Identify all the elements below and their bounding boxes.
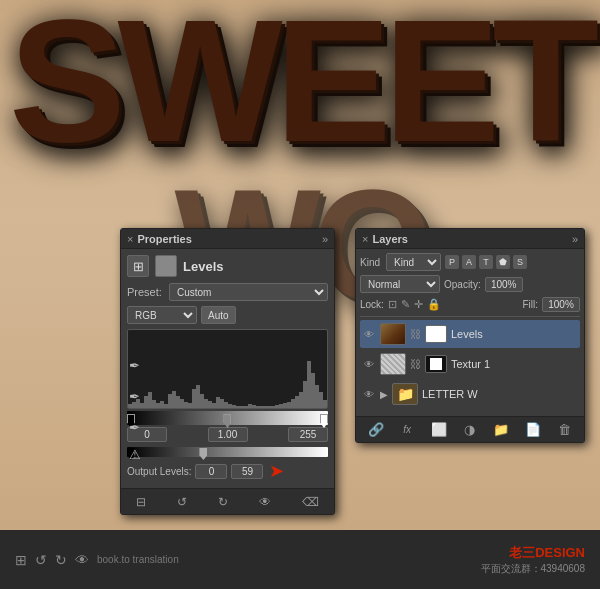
layer-name-levels: Levels	[451, 328, 578, 340]
opacity-label: Opacity:	[444, 279, 481, 290]
lock-transparency-icon[interactable]: ⊡	[388, 298, 397, 311]
wm-icon-1: ⊞	[15, 552, 27, 568]
blend-mode-select[interactable]: Normal	[360, 275, 440, 293]
red-arrow-icon: ➤	[269, 460, 284, 482]
prop-tool-icon-1[interactable]: ⊟	[136, 495, 146, 509]
chain-link-icon-levels: ⛓	[410, 328, 421, 340]
new-layer-icon[interactable]: 📄	[522, 420, 544, 440]
brand-name: 老三DESIGN	[481, 544, 586, 562]
prop-tool-icon-4[interactable]: 👁	[259, 495, 271, 509]
qq-group: 平面交流群：43940608	[481, 562, 586, 576]
add-mask-icon[interactable]: ⬜	[428, 420, 450, 440]
eyedropper-tools-panel: ✒ ✒ ✒ ⚠	[129, 358, 141, 462]
lock-fill-row: Lock: ⊡ ✎ ✛ 🔒 Fill: 100%	[360, 297, 580, 312]
watermark-bar: ⊞ ↺ ↻ 👁 book.to translation 老三DESIGN 平面交…	[0, 530, 600, 589]
new-group-icon[interactable]: 📁	[490, 420, 512, 440]
properties-content: ⊞ Levels Preset: Custom RGB Auto	[121, 249, 334, 488]
lock-icons-group: ⊡ ✎ ✛ 🔒	[388, 298, 441, 311]
layers-divider	[360, 316, 580, 317]
input-values-row: 0 1.00 255	[127, 427, 328, 442]
eye-icon-texture[interactable]: 👁	[362, 357, 376, 371]
layers-title: Layers	[372, 233, 407, 245]
layer-row-texture[interactable]: 👁 ⛓ Textur 1	[360, 350, 580, 378]
kind-filter-icons: P A T ⬟ S	[445, 255, 527, 269]
smart-filter-icon[interactable]: S	[513, 255, 527, 269]
kind-filter-select[interactable]: Kind	[386, 253, 441, 271]
white-eyedropper-icon[interactable]: ✒	[129, 420, 141, 435]
input-levels-slider[interactable]	[127, 411, 328, 425]
mid-point-handle[interactable]	[223, 414, 231, 428]
link-layers-icon[interactable]: 🔗	[365, 420, 387, 440]
lock-position-icon[interactable]: ✛	[414, 298, 423, 311]
adjustment-filter-icon[interactable]: A	[462, 255, 476, 269]
layers-expand-btn[interactable]: »	[572, 233, 578, 245]
mask-icon	[155, 255, 177, 277]
kind-filter-label: Kind	[360, 257, 380, 268]
output-values-row: Output Levels: 0 59 ➤	[127, 460, 328, 482]
levels-label: Levels	[183, 259, 223, 274]
output-levels-label: Output Levels:	[127, 466, 191, 477]
prop-tool-icon-2[interactable]: ↺	[177, 495, 187, 509]
lock-label: Lock:	[360, 299, 384, 310]
prop-tool-icon-3[interactable]: ↻	[218, 495, 228, 509]
pixel-filter-icon[interactable]: P	[445, 255, 459, 269]
kind-filter-row: Kind Kind P A T ⬟ S	[360, 253, 580, 271]
fill-input[interactable]: 100%	[542, 297, 580, 312]
delete-layer-icon[interactable]: 🗑	[553, 420, 575, 440]
input-max-value[interactable]: 255	[288, 427, 328, 442]
watermark-right: 老三DESIGN 平面交流群：43940608	[481, 544, 586, 576]
adjustment-layer-icon[interactable]: ◑	[459, 420, 481, 440]
chain-link-icon-texture: ⛓	[410, 358, 421, 370]
layers-close-btn[interactable]: ×	[362, 233, 368, 245]
output-levels-slider[interactable]	[127, 447, 328, 457]
preset-row: Preset: Custom	[127, 283, 328, 301]
properties-title: Properties	[137, 233, 191, 245]
input-mid-value[interactable]: 1.00	[208, 427, 248, 442]
eye-icon-letterw[interactable]: 👁	[362, 387, 376, 401]
gray-eyedropper-icon[interactable]: ✒	[129, 389, 141, 404]
blend-opacity-row: Normal Opacity: 100%	[360, 275, 580, 293]
layers-titlebar: × Layers »	[356, 229, 584, 249]
shape-filter-icon[interactable]: ⬟	[496, 255, 510, 269]
channel-select[interactable]: RGB	[127, 306, 197, 324]
properties-bottom-toolbar: ⊟ ↺ ↻ 👁 ⌫	[121, 488, 334, 514]
properties-expand-btn[interactable]: »	[322, 233, 328, 245]
layer-row-levels[interactable]: 👁 ⛓ Levels	[360, 320, 580, 348]
prop-tool-icon-5[interactable]: ⌫	[302, 495, 319, 509]
type-filter-icon[interactable]: T	[479, 255, 493, 269]
levels-header-row: ⊞ Levels	[127, 255, 328, 277]
opacity-input[interactable]: 100%	[485, 277, 523, 292]
output-white-handle[interactable]	[199, 448, 207, 460]
white-point-handle[interactable]	[320, 414, 328, 428]
layer-name-texture: Textur 1	[451, 358, 578, 370]
layer-name-letterw: LETTER W	[422, 388, 578, 400]
properties-panel: × Properties » ⊞ Levels Preset: Custom R…	[120, 228, 335, 515]
properties-close-btn[interactable]: ×	[127, 233, 133, 245]
lock-paint-icon[interactable]: ✎	[401, 298, 410, 311]
layer-fx-icon[interactable]: fx	[396, 420, 418, 440]
warning-icon: ⚠	[129, 447, 141, 462]
wm-icon-2: ↺	[35, 552, 47, 568]
preset-label: Preset:	[127, 286, 165, 298]
layer-thumb-levels	[380, 323, 406, 345]
histogram-bars	[128, 330, 327, 408]
eye-icon-levels[interactable]: 👁	[362, 327, 376, 341]
layer-row-letterw[interactable]: 👁 ▶ 📁 LETTER W	[360, 380, 580, 408]
output-max-value[interactable]: 59	[231, 464, 263, 479]
levels-icon: ⊞	[127, 255, 149, 277]
site-text: book.to translation	[97, 554, 179, 565]
layer-mask-thumb-levels	[425, 325, 447, 343]
layer-mask-thumb-texture	[425, 355, 447, 373]
lock-all-icon[interactable]: 🔒	[427, 298, 441, 311]
folder-expand-icon[interactable]: ▶	[380, 389, 388, 400]
properties-titlebar: × Properties »	[121, 229, 334, 249]
fill-label: Fill:	[522, 299, 538, 310]
channel-row: RGB Auto	[127, 306, 328, 324]
layers-bottom-toolbar: 🔗 fx ⬜ ◑ 📁 📄 🗑	[356, 416, 584, 442]
output-min-value[interactable]: 0	[195, 464, 227, 479]
layers-content: Kind Kind P A T ⬟ S Normal Opacity: 100%…	[356, 249, 584, 414]
auto-button[interactable]: Auto	[201, 306, 236, 324]
black-eyedropper-icon[interactable]: ✒	[129, 358, 141, 373]
preset-select[interactable]: Custom	[169, 283, 328, 301]
layer-thumb-folder: 📁	[392, 383, 418, 405]
